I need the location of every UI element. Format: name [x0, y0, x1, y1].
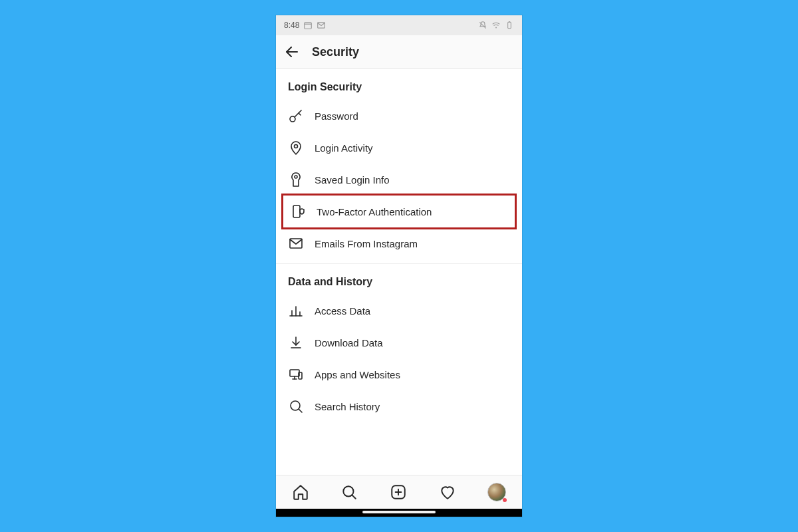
- nav-profile-avatar[interactable]: [487, 483, 506, 501]
- settings-row-apps-websites[interactable]: Apps and Websites: [276, 358, 522, 390]
- settings-row-password[interactable]: Password: [276, 100, 522, 132]
- svg-rect-13: [293, 205, 300, 217]
- mail-status-icon: [317, 21, 326, 30]
- wifi-icon: [491, 21, 501, 30]
- settings-row-search-history[interactable]: Search History: [276, 390, 522, 422]
- location-pin-icon: [288, 140, 304, 156]
- status-time: 8:48: [284, 21, 299, 30]
- settings-row-emails[interactable]: Emails From Instagram: [276, 227, 522, 259]
- settings-row-label: Saved Login Info: [315, 174, 390, 186]
- svg-rect-21: [290, 370, 299, 376]
- svg-rect-0: [305, 23, 312, 29]
- svg-rect-24: [299, 372, 302, 379]
- settings-row-label: Emails From Instagram: [315, 238, 418, 249]
- status-left: 8:48: [284, 21, 326, 30]
- keyhole-icon: [288, 172, 304, 188]
- section-header: Login Security: [276, 69, 522, 100]
- svg-line-26: [299, 409, 302, 412]
- svg-rect-6: [509, 21, 510, 22]
- title-bar: Security: [276, 35, 522, 69]
- settings-row-label: Search History: [315, 401, 380, 412]
- page-title: Security: [312, 45, 359, 59]
- download-icon: [288, 334, 304, 350]
- search-icon: [288, 398, 304, 414]
- status-bar: 8:48: [276, 15, 522, 35]
- phone-frame: 8:48 Security Login SecurityPassword: [276, 15, 522, 517]
- settings-row-download-data[interactable]: Download Data: [276, 327, 522, 358]
- settings-row-label: Two-Factor Authentication: [317, 206, 432, 217]
- settings-row-saved-login[interactable]: Saved Login Info: [276, 164, 522, 196]
- bottom-nav: [276, 475, 522, 509]
- bar-chart-icon: [288, 303, 304, 319]
- calendar-icon: [303, 21, 313, 30]
- mute-icon: [478, 21, 487, 30]
- back-arrow-icon[interactable]: [284, 44, 300, 60]
- settings-row-label: Access Data: [315, 305, 370, 317]
- section-header: Data and History: [276, 264, 522, 295]
- svg-point-11: [295, 145, 298, 148]
- nav-home-icon[interactable]: [292, 483, 309, 501]
- settings-row-label: Password: [315, 110, 358, 122]
- nav-search-icon[interactable]: [340, 483, 358, 501]
- key-icon: [288, 108, 304, 124]
- nav-add-icon[interactable]: [390, 483, 407, 501]
- gesture-bar: [276, 509, 522, 517]
- devices-icon: [288, 366, 304, 382]
- settings-row-login-activity[interactable]: Login Activity: [276, 132, 522, 164]
- settings-row-label: Download Data: [315, 337, 383, 348]
- svg-rect-5: [508, 22, 511, 28]
- status-right: [478, 21, 514, 30]
- mail-icon: [288, 235, 304, 251]
- settings-row-label: Login Activity: [315, 142, 373, 154]
- notification-dot-icon: [503, 498, 507, 502]
- svg-line-10: [299, 113, 301, 115]
- settings-row-label: Apps and Websites: [315, 369, 400, 380]
- settings-content: Login SecurityPasswordLogin ActivitySave…: [276, 69, 522, 422]
- nav-activity-icon[interactable]: [439, 483, 456, 501]
- battery-icon: [505, 21, 514, 30]
- svg-point-12: [295, 176, 297, 178]
- settings-row-access-data[interactable]: Access Data: [276, 295, 522, 327]
- svg-line-9: [295, 110, 301, 117]
- svg-line-28: [352, 495, 356, 498]
- phone-shield-icon: [290, 203, 306, 219]
- svg-point-4: [495, 27, 497, 29]
- settings-row-two-factor[interactable]: Two-Factor Authentication: [281, 194, 517, 229]
